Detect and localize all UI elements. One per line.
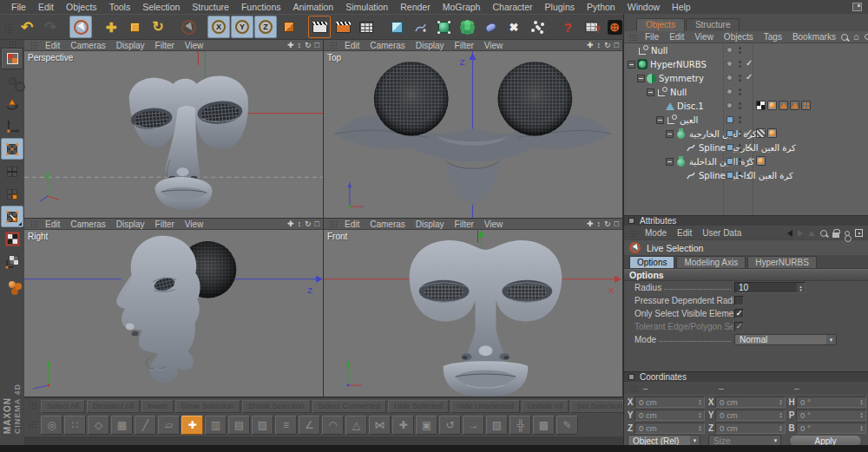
menu-file[interactable]: File: [5, 2, 32, 12]
layer-dot[interactable]: [727, 75, 733, 81]
lock-icon[interactable]: [832, 233, 839, 238]
select-all-button[interactable]: Select All: [41, 400, 85, 413]
model-mode-icon[interactable]: [1, 70, 23, 92]
viewport-grip[interactable]: [30, 42, 38, 49]
palette-grip[interactable]: [29, 421, 36, 429]
pan-icon[interactable]: ✚: [587, 220, 594, 228]
texture-tag[interactable]: [756, 101, 766, 110]
invert-button[interactable]: Invert: [141, 400, 174, 413]
enabled-check-icon[interactable]: ✓: [746, 128, 753, 137]
size-x-input[interactable]: 0 cm▴▾: [715, 396, 786, 408]
collapse-toggle[interactable]: [647, 88, 654, 96]
render-settings-icon[interactable]: [332, 16, 354, 38]
options-section-header[interactable]: Options: [624, 269, 868, 281]
vp-menu-view[interactable]: View: [479, 219, 509, 229]
coordinates-header[interactable]: Coordinates: [624, 371, 868, 383]
visibility-dots[interactable]: [739, 130, 741, 137]
phong-tag[interactable]: [767, 101, 777, 110]
menu-window[interactable]: Window: [621, 2, 666, 12]
rot-b-input[interactable]: 0 °▴▾: [796, 423, 866, 434]
collapse-toggle[interactable]: [628, 61, 635, 69]
rot-p-input[interactable]: 0 °▴▾: [796, 409, 866, 421]
edge-mode-icon[interactable]: [1, 160, 23, 182]
add-environment-icon[interactable]: [479, 16, 502, 38]
tree-row-outer-eyeball[interactable]: كرة العين الخارجية ✓: [624, 127, 868, 141]
knife-tool-icon[interactable]: ╱: [135, 416, 156, 435]
vp-menu-edit[interactable]: Edit: [40, 41, 65, 50]
perspective-canvas[interactable]: Perspective: [24, 51, 323, 218]
attr-grip[interactable]: [629, 230, 637, 237]
menu-plugins[interactable]: Plugins: [539, 2, 581, 12]
add-cube-icon[interactable]: [385, 16, 408, 38]
mode-dropdown[interactable]: Normal▼: [734, 334, 837, 345]
selection-filter-icon[interactable]: [1, 273, 23, 295]
object-axis-mode-icon[interactable]: [1, 93, 23, 115]
home-icon[interactable]: ⌂: [853, 32, 859, 42]
attr-menu-edit[interactable]: Edit: [672, 228, 697, 238]
zoom-icon[interactable]: ↕: [597, 220, 602, 228]
pan-icon[interactable]: ✚: [287, 42, 294, 49]
frame-icon[interactable]: [855, 229, 863, 237]
right-canvas[interactable]: Right Z: [24, 230, 323, 396]
shrink-selection-button[interactable]: Shrink Selection: [242, 400, 311, 413]
om-menu-tags[interactable]: Tags: [759, 32, 787, 42]
om-menu-objects[interactable]: Objects: [719, 32, 759, 42]
visibility-toggle[interactable]: [727, 144, 733, 151]
pattern-tool-icon[interactable]: ▩: [533, 416, 555, 435]
pos-x-input[interactable]: 0 cm▴▾: [635, 396, 705, 408]
polygon-mode-icon[interactable]: [1, 183, 23, 205]
lock-z-icon[interactable]: Z: [254, 16, 277, 38]
maximize-icon[interactable]: □: [615, 220, 619, 228]
tree-row-inner-eyeball[interactable]: كرة العين الداخلية ✓: [624, 154, 868, 168]
coord-grip[interactable]: [629, 385, 637, 392]
tree-row-outer-eyeball-spline[interactable]: Spline كرة العين الخارجية ✓: [624, 141, 868, 154]
tree-row-eye-group[interactable]: العين: [624, 113, 868, 127]
bridge-tool-icon[interactable]: ◇: [88, 416, 109, 435]
vp-menu-view[interactable]: View: [180, 219, 209, 229]
unhide-all-button[interactable]: Unhide All: [522, 400, 569, 413]
om-menu-edit[interactable]: Edit: [664, 32, 689, 42]
tree-row-inner-eyeball-spline[interactable]: Spline كرة العين الداخلية ✓: [624, 168, 868, 182]
layer-dot[interactable]: [727, 47, 733, 53]
menu-simulation[interactable]: Simulation: [339, 2, 394, 12]
vp-menu-filter[interactable]: Filter: [150, 41, 180, 50]
menu-mograph[interactable]: MoGraph: [437, 2, 487, 12]
attributes-header[interactable]: Attributes: [624, 215, 868, 226]
visibility-dots[interactable]: [739, 172, 741, 179]
vp-menu-cameras[interactable]: Cameras: [65, 41, 111, 50]
history-back-icon[interactable]: [787, 230, 792, 237]
pos-y-input[interactable]: 0 cm▴▾: [635, 409, 705, 421]
selbar-grip[interactable]: [29, 402, 36, 410]
om-menu-view[interactable]: View: [689, 32, 719, 42]
enabled-check-icon[interactable]: ✓: [746, 141, 753, 151]
visibility-dots[interactable]: [739, 102, 741, 109]
coordinate-system-icon[interactable]: [278, 16, 300, 38]
menu-character[interactable]: Character: [486, 2, 538, 12]
visibility-dots[interactable]: [739, 75, 741, 82]
menu-functions[interactable]: Functions: [235, 2, 287, 12]
phong-tag[interactable]: [756, 156, 766, 166]
visibility-dots[interactable]: [739, 144, 741, 151]
collapse-toggle[interactable]: [637, 75, 645, 82]
viewport-grip[interactable]: [330, 220, 338, 227]
menu-structure[interactable]: Structure: [186, 2, 235, 12]
tree-row-null-1[interactable]: Null: [624, 43, 868, 57]
layer-dot[interactable]: [727, 102, 733, 108]
enabled-check-icon[interactable]: ✓: [746, 58, 753, 68]
maximize-icon[interactable]: □: [315, 42, 319, 49]
make-editable-icon[interactable]: [1, 48, 23, 69]
link-icon[interactable]: [845, 231, 850, 236]
grid-cut-tool-icon[interactable]: ▧: [486, 416, 508, 435]
vp-menu-display[interactable]: Display: [111, 41, 150, 50]
orbit-icon[interactable]: ↻: [305, 220, 312, 228]
vp-menu-cameras[interactable]: Cameras: [365, 41, 411, 50]
vp-menu-display[interactable]: Display: [411, 219, 450, 229]
tab-objects[interactable]: Objects: [636, 18, 685, 31]
maximize-icon[interactable]: □: [315, 220, 319, 228]
vp-menu-filter[interactable]: Filter: [450, 41, 479, 50]
top-canvas[interactable]: Top Z: [324, 51, 622, 218]
tree-row-null-2[interactable]: Null: [624, 85, 868, 99]
vp-menu-display[interactable]: Display: [411, 41, 450, 50]
pos-z-input[interactable]: 0 cm▴▾: [635, 423, 705, 434]
search-icon[interactable]: [820, 230, 827, 237]
